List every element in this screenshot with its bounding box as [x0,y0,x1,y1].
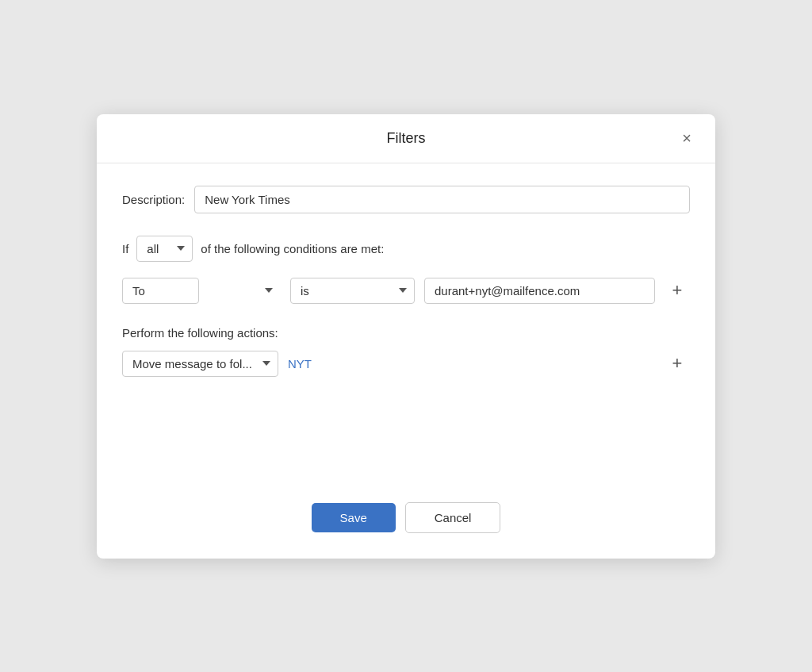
conjunction-select[interactable]: all any [136,236,193,262]
action-select[interactable]: Move message to fol... Delete message Ma… [122,351,278,377]
add-condition-button[interactable]: + [665,278,690,303]
actions-section: Perform the following actions: Move mess… [122,326,690,377]
condition-value-input[interactable] [424,278,655,304]
condition-operator-select[interactable]: is is not contains does not contain [290,278,415,304]
conditions-suffix: of the following conditions are met: [201,242,384,255]
modal-body: Description: If all any of the following… [97,163,715,486]
close-button[interactable]: × [674,125,699,151]
modal-footer: Save Cancel [97,486,715,559]
description-row: Description: [122,186,690,213]
conditions-header: If all any of the following conditions a… [122,236,690,262]
if-label: If [122,242,128,255]
action-row: Move message to fol... Delete message Ma… [122,351,690,377]
modal-overlay: Filters × Description: If all any of the… [0,0,812,672]
add-action-button[interactable]: + [665,351,690,376]
action-select-wrapper: Move message to fol... Delete message Ma… [122,351,278,377]
cancel-button[interactable]: Cancel [405,502,501,533]
description-input[interactable] [194,186,690,213]
condition-field-select[interactable]: To From Subject Body CC BCC [122,278,199,304]
modal-header: Filters × [97,114,715,163]
filters-dialog: Filters × Description: If all any of the… [97,114,715,559]
description-label: Description: [122,193,185,206]
condition-field-select-wrapper: To From Subject Body CC BCC [122,278,281,304]
condition-operator-select-wrapper: is is not contains does not contain [290,278,415,304]
action-folder-link[interactable]: NYT [288,357,312,371]
modal-title: Filters [387,130,426,147]
conjunction-select-wrapper: all any [136,236,193,262]
condition-row: To From Subject Body CC BCC is is not co… [122,278,690,304]
save-button[interactable]: Save [312,503,396,532]
actions-label: Perform the following actions: [122,326,690,340]
